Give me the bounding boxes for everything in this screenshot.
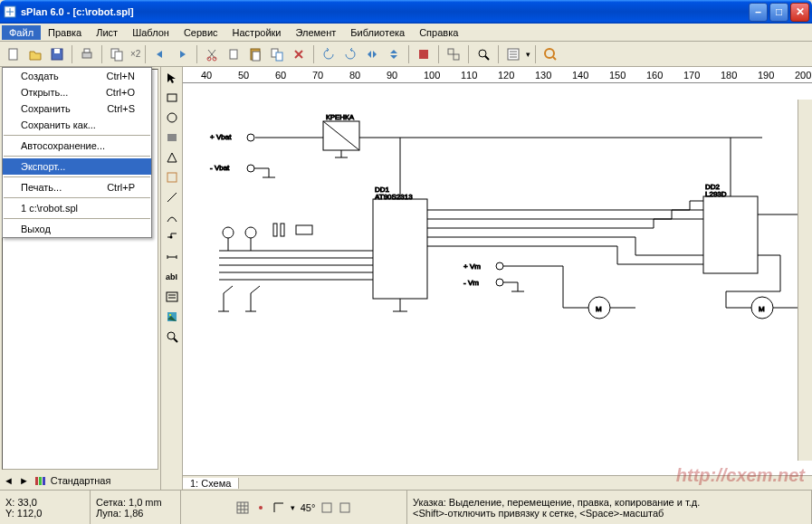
svg-text:M: M [596,305,602,313]
cut-icon[interactable] [202,44,222,64]
grid-icon[interactable] [236,501,249,514]
list-dropdown-icon[interactable]: ▾ [526,50,530,59]
line-icon[interactable] [163,188,181,206]
svg-point-46 [247,134,254,141]
tool-toolbar: abI [161,67,183,490]
menu-item[interactable]: Открыть...Ctrl+O [3,84,151,100]
ruler-tick: 200 [795,70,811,81]
menu-item[interactable]: СоздатьCtrl+N [3,68,151,84]
close-button[interactable]: ✕ [790,3,809,22]
status-angle: 45° [301,502,316,513]
menu-settings[interactable]: Настройки [225,25,289,40]
svg-rect-68 [281,224,284,236]
save-icon[interactable] [47,44,67,64]
svg-rect-59 [373,199,427,299]
poly-icon[interactable] [163,148,181,167]
lib-books-icon[interactable] [34,475,45,486]
svg-rect-30 [43,477,45,485]
maximize-button[interactable]: □ [769,3,788,22]
menu-item[interactable]: Сохранить как... [3,117,151,133]
menu-item[interactable]: Экспорт... [3,158,151,175]
svg-text:AT90S2313: AT90S2313 [375,193,413,201]
ruler-tick: 40 [201,70,212,81]
ruler-tick: 70 [312,70,323,81]
print-icon[interactable] [77,44,97,64]
image-icon[interactable] [163,308,181,326]
copy-icon[interactable] [107,44,127,64]
menu-library[interactable]: Библиотека [343,25,412,40]
curve-icon[interactable] [163,208,181,226]
menu-edit[interactable]: Правка [41,25,89,40]
paste-icon[interactable] [245,44,265,64]
svg-line-54 [323,121,359,150]
sheet-tab[interactable]: 1: Схема [183,478,239,489]
ruler-tick: 130 [535,70,551,81]
ruler-tick: 120 [498,70,514,81]
toolbar: ×2 ▾ [0,42,812,67]
dup-icon[interactable] [267,44,287,64]
mode2-icon[interactable] [339,501,351,514]
flip-v-icon[interactable] [384,44,404,64]
menu-service[interactable]: Сервис [177,25,225,40]
rotate-r-icon[interactable] [340,44,360,64]
svg-text:+ Vm: + Vm [463,262,481,271]
circle-icon[interactable] [163,109,181,127]
svg-text:- Vm: - Vm [463,279,479,287]
flip-h-icon[interactable] [362,44,382,64]
svg-rect-38 [167,292,177,301]
ruler-tick: 100 [424,70,440,81]
menu-template[interactable]: Шаблон [125,25,177,40]
svg-point-32 [167,113,177,122]
svg-rect-34 [167,173,177,182]
rect-icon[interactable] [163,89,181,107]
text-icon[interactable]: abI [163,268,181,286]
menu-item[interactable]: Печать...Ctrl+P [3,179,151,195]
menu-item[interactable]: Автосохранение... [3,138,151,154]
drawing-canvas[interactable]: + Vbat - Vbat КРЕНКА [183,83,812,475]
ruler-tick: 140 [572,70,588,81]
undo-icon[interactable] [150,44,170,64]
ruler-tick: 180 [721,70,737,81]
new-icon[interactable] [4,44,24,64]
wire-icon[interactable] [163,228,181,246]
mode1-icon[interactable] [320,501,333,514]
spec-icon[interactable] [163,168,181,186]
app-icon [3,5,17,19]
svg-text:M: M [759,305,765,313]
menu-file[interactable]: Файл [2,25,41,40]
menu-item[interactable]: СохранитьCtrl+S [3,100,151,117]
find-icon[interactable] [473,44,493,64]
menu-element[interactable]: Элемент [288,25,343,40]
svg-rect-29 [39,477,42,485]
scrollbar-horizontal[interactable]: 1: Схема [183,475,812,490]
left-arrow-icon[interactable]: ◄ [4,475,14,486]
textblock-icon[interactable] [163,288,181,306]
delete-icon[interactable] [289,44,309,64]
menu-help[interactable]: Справка [412,25,465,40]
right-arrow-icon[interactable]: ► [19,475,29,486]
color-icon[interactable] [414,44,434,64]
menu-item[interactable]: 1 c:\robot.spl [3,200,151,216]
menu-sheet[interactable]: Лист [89,25,125,40]
ortho-icon[interactable] [272,501,285,514]
zoom-icon[interactable] [540,44,560,64]
menu-item[interactable]: Выход [3,221,151,237]
open-icon[interactable] [25,44,45,64]
redo-icon[interactable] [172,44,192,64]
rotate-l-icon[interactable] [319,44,339,64]
list-icon[interactable] [503,44,523,64]
library-panel: СоздатьCtrl+NОткрыть...Ctrl+OСохранитьCt… [0,67,161,490]
scrollbar-vertical[interactable] [798,100,812,461]
svg-point-130 [259,506,263,510]
fill-icon[interactable] [163,129,181,147]
group-icon[interactable] [444,44,463,64]
snap-icon[interactable] [254,501,267,514]
pointer-icon[interactable] [163,69,181,87]
dimension-icon[interactable] [163,248,181,266]
ruler-tick: 80 [349,70,360,81]
copy2-icon[interactable] [224,44,244,64]
svg-rect-131 [322,503,331,512]
minimize-button[interactable]: – [749,3,768,22]
svg-rect-6 [82,52,91,58]
magnify-icon[interactable] [163,328,181,346]
